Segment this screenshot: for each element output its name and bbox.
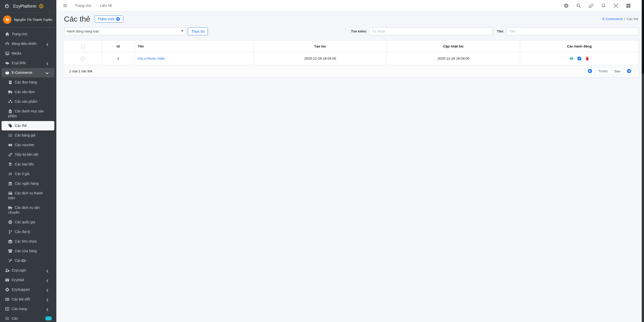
search-label: Tìm kiếm: [351, 29, 367, 33]
edit-button[interactable] [577, 56, 582, 61]
breadcrumb: E-Commerce/Các thẻ [602, 17, 638, 21]
content: Các thẻ Thêm mới E-Commerce/Các thẻ Hành… [56, 11, 644, 322]
page-scrollbar[interactable] [642, 0, 644, 322]
breadcrumb-separator: / [624, 17, 625, 21]
sidebar-item-trang-chủ[interactable]: Trang chủ [2, 29, 54, 39]
scrollbar-thumb[interactable] [642, 0, 644, 74]
sidebar-item-label: EzyLogin [12, 268, 26, 272]
receipt-icon [8, 80, 12, 84]
sidebar-item-label: Cài đặt [15, 259, 26, 263]
cell-updated-at: 2025-12-29 16:04:00 [387, 52, 520, 65]
pagination-next-button[interactable]: Sau [611, 67, 624, 75]
page-header: Các thẻ Thêm mới E-Commerce/Các thẻ [64, 15, 638, 23]
comments-icon[interactable] [589, 3, 593, 8]
coins-icon [8, 162, 12, 166]
sidebar-item-các[interactable]: Các [2, 314, 54, 322]
sidebar-item-bảng-điều-khiển[interactable]: Bảng điều khiển [2, 39, 54, 48]
column-header: Tạo lúc [254, 41, 387, 52]
sidebar-item-các-thẻ[interactable]: Các thẻ [2, 121, 54, 130]
sidebar-item-tiếp-thị-liên-kết[interactable]: Tiếp thị liên kết [2, 150, 54, 159]
table-body: 1Gia vị-Nước mắm2025-12-29 16:04:002025-… [64, 52, 638, 65]
globe-icon[interactable] [564, 3, 569, 8]
pagination-first-button[interactable] [584, 67, 596, 75]
sidebar-item-các-voucher[interactable]: Các voucher [2, 140, 54, 150]
view-button[interactable] [569, 56, 574, 61]
user-shield-icon [5, 268, 9, 273]
clipboard-icon [8, 109, 12, 113]
sidebar-item-label: Các voucher [15, 143, 34, 147]
search-group: Tìm kiếm: Tên: [351, 27, 638, 35]
column-header: Các hành động [520, 41, 638, 52]
navbar-link-home[interactable]: Trang chủ [75, 4, 91, 8]
sidebar-item-các-sản-phẩm[interactable]: Các sản phẩm [2, 97, 54, 106]
bell-icon[interactable] [601, 3, 606, 8]
select-all-checkbox[interactable] [81, 45, 85, 48]
sidebar-item-các-danh-mục-sản-phẩm[interactable]: Các danh mục sản phẩm [2, 107, 54, 121]
name-input[interactable] [506, 27, 638, 35]
row-checkbox-cell [64, 52, 102, 65]
brand[interactable]: EzyPlatform [0, 0, 56, 13]
breadcrumb-link[interactable]: E-Commerce [602, 17, 623, 21]
sidebar-item-các-bảng-giá[interactable]: Các bảng giá [2, 131, 54, 140]
execute-button[interactable]: Thực thi [188, 27, 208, 35]
bulk-action-select[interactable]: Hành động hàng loạt [64, 27, 186, 35]
sidebar-item-các-loại-tiền[interactable]: Các loại tiền [2, 160, 54, 169]
sidebar-item-các-vận-đơn[interactable]: Các vận đơn [2, 87, 54, 97]
sidebar-item-các-dịch-vụ-vận-chuyển[interactable]: Các dịch vụ vận chuyển [2, 203, 54, 217]
sidebar-item-label: EzyCRM [12, 61, 25, 65]
chevron-down-icon [45, 71, 49, 76]
sidebar-item-các-trang[interactable]: Các trang [2, 304, 54, 314]
sidebar-item-label: EzyMail [12, 278, 24, 282]
sidebar-item-label: E-Commerce [12, 71, 32, 75]
sidebar-item-ezycrm[interactable]: EzyCRM [2, 58, 54, 68]
pagination-prev-button[interactable]: Trước [595, 67, 611, 75]
search-icon[interactable] [576, 3, 581, 8]
sidebar-item-các-cửa-hàng[interactable]: Các cửa hàng [2, 246, 54, 256]
sidebar-item-media[interactable]: Media [2, 49, 54, 58]
sidebar-item-các-ngân-hàng[interactable]: Các ngân hàng [2, 179, 54, 188]
sidebar-item-cài-đặt[interactable]: Cài đặt [2, 256, 54, 265]
sidebar-item-label: EzySupport [12, 288, 30, 292]
column-header: Id [102, 41, 135, 52]
sidebar-item-label: Các danh mục sản phẩm [8, 109, 44, 118]
tag-name-link[interactable]: Gia vị-Nước mắm [138, 57, 165, 60]
sidebar-item-ezymail[interactable]: EzyMail [2, 275, 54, 285]
sidebar-item-các-đại-lý[interactable]: Các đại lý [2, 227, 54, 236]
grid-icon[interactable] [626, 3, 631, 8]
home-icon [5, 32, 9, 36]
search-input[interactable] [369, 27, 492, 35]
add-new-label: Thêm mới [97, 17, 114, 21]
row-checkbox[interactable] [81, 57, 85, 60]
pagination-last-button[interactable] [623, 67, 635, 75]
name-label: Tên: [497, 29, 504, 33]
sidebar-item-ezylogin[interactable]: EzyLogin [2, 266, 54, 275]
sidebar-item-các-quốc-gia[interactable]: Các quốc gia [2, 217, 54, 227]
sidebar-item-ezysupport[interactable]: EzySupport [2, 285, 54, 294]
sidebar-item-e-commerce[interactable]: E-Commerce [2, 68, 54, 77]
app-window: EzyPlatform N Nguyễn Thị Thanh Tuyền Tra… [0, 0, 644, 322]
chevron-left-icon [45, 279, 49, 283]
navbar-link-contact[interactable]: Liên hệ [100, 4, 112, 8]
sidebar-item-label: Các cửa hàng [15, 249, 37, 253]
navbar-icons [564, 3, 637, 8]
sidebar-item-các-đơn-hàng[interactable]: Các đơn hàng [2, 78, 54, 87]
image-icon [5, 51, 9, 56]
user-panel[interactable]: N Nguyễn Thị Thanh Tuyền [0, 13, 56, 27]
sidebar-item-label: Các dịch vụ vận chuyển [8, 206, 40, 214]
sidebar-item-các-kho-chứa[interactable]: Các kho chứa [2, 237, 54, 246]
column-header: Cập nhật lúc [387, 41, 520, 52]
expand-icon[interactable] [614, 3, 618, 8]
sidebar-item-label: Các tỉ giá [15, 172, 29, 176]
add-new-button[interactable]: Thêm mới [94, 15, 123, 23]
store-icon [8, 249, 12, 253]
truck-moving-icon [8, 206, 12, 210]
sidebar-item-các-tỉ-giá[interactable]: Các tỉ giá [2, 169, 54, 179]
sidebar-item-các-dịch-vụ-thanh-toán[interactable]: Các dịch vụ thanh toán [2, 189, 54, 203]
delete-button[interactable] [585, 56, 589, 61]
hamburger-icon[interactable] [63, 4, 67, 8]
sidebar-item-các-bài-viết[interactable]: Các bài viết [2, 295, 54, 304]
arrow-up-circle-icon [39, 4, 43, 8]
chevron-left-icon [45, 288, 49, 293]
boxes-icon [8, 99, 12, 104]
gauge-icon [5, 42, 9, 46]
